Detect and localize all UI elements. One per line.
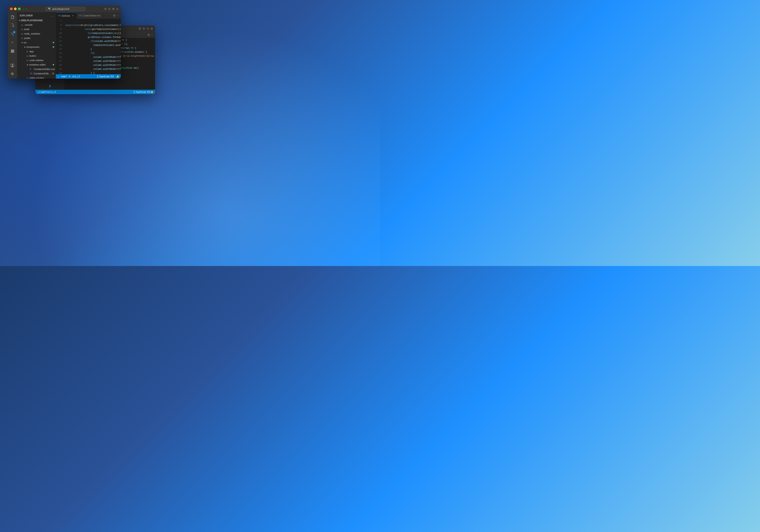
chevron-right-icon: ▷ <box>22 24 23 26</box>
search-box[interactable]: 🔍 grid-playground <box>46 7 85 11</box>
code-editor: 7 8 9 10 11 12 13 14 15 16 17 18 19 20 2… <box>56 19 121 74</box>
sidebar-item-app[interactable]: ▷ app <box>17 49 56 54</box>
back-account-icon[interactable]: 👤 <box>47 83 53 90</box>
sidebar-item-container-editor[interactable]: ▾ container-editor <box>17 63 56 67</box>
back-sync: ↻ <box>46 91 48 93</box>
components-modified-dot <box>53 46 54 48</box>
ln-9: 9 <box>56 27 62 31</box>
source-control-icon <box>10 32 15 36</box>
chevron-right-icon-cs: ▷ <box>27 59 28 62</box>
back-language: () TypeScript JSX <box>133 91 151 93</box>
code-content[interactable]: export const Grid = ({ gridState, classN… <box>64 19 121 74</box>
status-language[interactable]: () TypeScript JSX <box>97 75 114 78</box>
status-bar-right: () TypeScript JSX 🔔 <box>97 75 119 78</box>
activity-bar <box>8 12 17 79</box>
status-bar-left: main* ↻ ⊘ 0 △ 0 <box>58 75 80 78</box>
ln-14: 14 <box>56 47 62 51</box>
title-bar-search: 🔍 grid-playground <box>27 7 104 11</box>
sidebar-item-node-modules[interactable]: ▷ node_modules <box>17 31 56 36</box>
layout-action-4[interactable]: ⊡ <box>116 7 119 10</box>
file-tree: ▾ GRID-PLAYGROUND ▷ .vscode ▷ build ▷ no… <box>17 18 56 79</box>
status-bar: main* ↻ ⊘ 0 △ 0 () TypeScript JSX 🔔 <box>56 74 121 79</box>
activity-search[interactable] <box>8 22 17 29</box>
sidebar-item-editor-section[interactable]: ▷ editor-section <box>17 76 56 79</box>
settings-icon <box>10 72 15 76</box>
ln-10: 10 <box>56 31 62 35</box>
line-numbers: 7 8 9 10 11 12 13 14 15 16 17 18 19 20 2… <box>56 19 64 74</box>
layout-action-2[interactable]: ⊟ <box>108 7 111 10</box>
chevron-down-icon-comp: ▾ <box>24 46 25 48</box>
split-editor-icon[interactable]: ⊞ <box>113 14 116 17</box>
layout-icon[interactable]: ⊟ <box>143 27 145 30</box>
title-bar-actions: ⊞ ⊟ ⊠ ⊡ <box>104 7 119 10</box>
split-icon[interactable]: ⊞ <box>148 33 150 36</box>
sidebar-item-public[interactable]: ▷ public <box>17 36 56 40</box>
tab-label-codesidebar: CodeSidebar.tsx <box>83 14 101 17</box>
modified-badge: M <box>52 72 54 75</box>
ln-8: 8 <box>56 23 62 27</box>
sidebar-item-code-sidebar[interactable]: ▷ code-sidebar <box>17 58 56 63</box>
more2-icon[interactable]: ⊞ <box>151 27 153 30</box>
ln-13: 13 <box>56 43 62 47</box>
ce-modified-dot <box>53 64 54 65</box>
traffic-lights <box>10 8 21 10</box>
split-editor-icon[interactable]: ⊞ <box>139 27 141 30</box>
status-errors[interactable]: ⊘ 0 △ 0 <box>72 75 80 78</box>
sidebar-more-actions[interactable]: ... <box>51 14 53 17</box>
chevron-right-icon-3: ▷ <box>22 32 23 35</box>
vscode-window-main: ‹ › 🔍 grid-playground ⊞ ⊟ ⊠ ⊡ <box>8 6 121 79</box>
tab-ts-icon-2: TS <box>79 15 81 17</box>
ln-16: 16 <box>56 55 62 59</box>
branch-icon <box>58 75 60 78</box>
status-bell[interactable]: 🔔 <box>116 75 119 78</box>
sidebar-header: EXPLORER ... <box>17 12 56 18</box>
tab-close-grid[interactable]: × <box>71 14 74 17</box>
src-modified-dot <box>53 42 54 43</box>
tab-label-grid: Grid.tsx <box>62 15 70 17</box>
activity-source-control[interactable] <box>8 30 17 38</box>
close-button[interactable] <box>10 8 13 10</box>
activity-settings[interactable] <box>8 70 17 78</box>
more-icon[interactable]: ⊡ <box>147 27 149 30</box>
ln-19: 19 <box>56 67 62 71</box>
layout-action-1[interactable]: ⊞ <box>104 7 107 10</box>
sidebar-item-root[interactable]: ▾ GRID-PLAYGROUND <box>17 18 56 22</box>
nav-arrows: ‹ › <box>23 7 27 11</box>
more-actions-icon[interactable]: ··· <box>117 14 119 17</box>
title-bar: ‹ › 🔍 grid-playground ⊞ ⊟ ⊠ ⊡ <box>8 6 121 12</box>
back-arrow[interactable]: ‹ <box>23 7 24 11</box>
status-sync[interactable]: ↻ <box>69 75 71 78</box>
sidebar-item-src[interactable]: ▾ src <box>17 40 56 45</box>
maximize-button[interactable] <box>18 8 21 10</box>
sidebar-item-container-css[interactable]: # ContainerEditor.css <box>17 67 56 71</box>
ln-15: 15 <box>56 51 62 55</box>
ellipsis-icon[interactable]: ··· <box>151 33 153 36</box>
sidebar-item-container-tsx[interactable]: TS ContainerEditor.tsx M <box>17 71 56 76</box>
activity-debug[interactable] <box>8 38 17 46</box>
tab-grid-tsx[interactable]: TS Grid.tsx × <box>56 12 77 19</box>
back-bell[interactable]: 🔔 <box>151 91 153 93</box>
tab-codesidebar[interactable]: TS CodeSidebar.tsx <box>77 12 103 19</box>
activity-extensions[interactable] <box>8 47 17 55</box>
sidebar-item-build[interactable]: ▷ build <box>17 27 56 31</box>
search-text: grid-playground <box>52 8 69 10</box>
search-icon: 🔍 <box>48 8 51 10</box>
vscode-body: EXPLORER ... ▾ GRID-PLAYGROUND ▷ .vscode… <box>8 12 121 79</box>
chevron-down-icon: ▾ <box>19 19 20 22</box>
css-file-icon: # <box>30 68 33 70</box>
sidebar-item-vscode[interactable]: ▷ .vscode <box>17 22 56 27</box>
ln-20: 20 <box>56 71 62 74</box>
back-errors: ⊘ 0 △ 0 <box>48 91 56 93</box>
chevron-right-icon-4: ▷ <box>22 37 23 39</box>
ln-11: 11 <box>56 35 62 39</box>
sidebar-item-components[interactable]: ▾ components <box>17 45 56 49</box>
explorer-icon <box>10 15 15 19</box>
back-status-bar: ⎇ main* ↻ ⊘ 0 △ 0 () TypeScript JSX 🔔 <box>35 90 155 94</box>
status-branch[interactable]: main* <box>58 75 67 78</box>
layout-action-3[interactable]: ⊠ <box>112 7 115 10</box>
activity-account[interactable] <box>8 61 17 69</box>
minimize-button[interactable] <box>14 8 17 10</box>
code-line-7 <box>65 19 121 23</box>
sidebar-item-button[interactable]: ▷ button <box>17 54 56 58</box>
activity-explorer[interactable] <box>8 13 17 21</box>
